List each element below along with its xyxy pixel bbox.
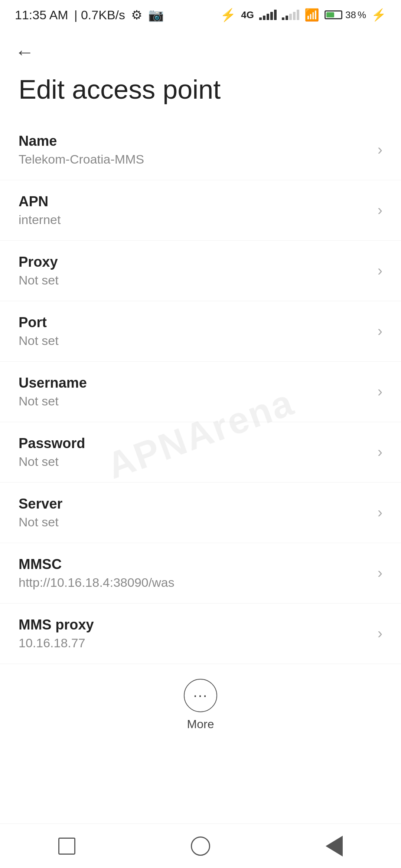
wifi-icon: 📶 bbox=[304, 8, 319, 22]
status-right: ⚡ 4G 📶 38 % ⚡ bbox=[220, 7, 386, 22]
settings-item-mmsc[interactable]: MMSC http://10.16.18.4:38090/was › bbox=[0, 543, 401, 604]
settings-label-mms-proxy: MMS proxy bbox=[19, 617, 370, 633]
settings-icon: ⚙ bbox=[131, 7, 142, 22]
settings-value-mms-proxy: 10.16.18.77 bbox=[19, 636, 370, 650]
more-section: ··· More bbox=[0, 664, 401, 742]
settings-value-password: Not set bbox=[19, 454, 370, 469]
content-area: Name Telekom-Croatia-MMS › APN internet … bbox=[0, 120, 401, 794]
chevron-right-icon-name: › bbox=[378, 141, 382, 158]
settings-list: Name Telekom-Croatia-MMS › APN internet … bbox=[0, 120, 401, 664]
status-left: 11:35 AM | 0.7KB/s ⚙ 📷 bbox=[15, 7, 164, 22]
bluetooth-icon: ⚡ bbox=[220, 7, 236, 22]
settings-item-mms-proxy[interactable]: MMS proxy 10.16.18.77 › bbox=[0, 604, 401, 664]
settings-value-port: Not set bbox=[19, 333, 370, 348]
charging-icon: ⚡ bbox=[371, 8, 386, 22]
chevron-right-icon-username: › bbox=[378, 383, 382, 400]
chevron-right-icon-mmsc: › bbox=[378, 565, 382, 581]
settings-label-mmsc: MMSC bbox=[19, 556, 370, 572]
settings-item-password[interactable]: Password Not set › bbox=[0, 422, 401, 483]
settings-label-name: Name bbox=[19, 133, 370, 149]
back-button[interactable]: ← bbox=[15, 41, 37, 63]
settings-item-port[interactable]: Port Not set › bbox=[0, 301, 401, 362]
chevron-right-icon-mms-proxy: › bbox=[378, 625, 382, 642]
time-display: 11:35 AM bbox=[15, 8, 68, 22]
settings-label-password: Password bbox=[19, 435, 370, 451]
battery-indicator: 38 % bbox=[325, 9, 366, 21]
settings-value-server: Not set bbox=[19, 515, 370, 529]
page-title: Edit access point bbox=[0, 67, 401, 120]
settings-item-name[interactable]: Name Telekom-Croatia-MMS › bbox=[0, 120, 401, 180]
chevron-right-icon-apn: › bbox=[378, 202, 382, 218]
settings-value-apn: internet bbox=[19, 213, 370, 227]
settings-label-proxy: Proxy bbox=[19, 254, 370, 270]
settings-value-proxy: Not set bbox=[19, 273, 370, 287]
settings-item-username[interactable]: Username Not set › bbox=[0, 362, 401, 422]
more-dots-icon: ··· bbox=[193, 687, 208, 704]
back-nav-icon bbox=[326, 836, 343, 857]
settings-value-username: Not set bbox=[19, 394, 370, 408]
nav-bar bbox=[0, 823, 401, 868]
chevron-right-icon-server: › bbox=[378, 504, 382, 521]
signal-bars-1 bbox=[259, 10, 277, 20]
status-bar: 11:35 AM | 0.7KB/s ⚙ 📷 ⚡ 4G 📶 38 % bbox=[0, 0, 401, 30]
toolbar: ← bbox=[0, 30, 401, 67]
settings-item-server[interactable]: Server Not set › bbox=[0, 483, 401, 543]
more-label: More bbox=[187, 717, 214, 731]
home-icon bbox=[191, 836, 210, 856]
chevron-right-icon-password: › bbox=[378, 444, 382, 460]
settings-label-apn: APN bbox=[19, 194, 370, 210]
nav-back-button[interactable] bbox=[316, 831, 353, 861]
recent-apps-icon bbox=[58, 838, 75, 855]
nav-recent-apps-button[interactable] bbox=[48, 831, 85, 861]
camera-icon: 📷 bbox=[148, 7, 164, 22]
settings-item-apn[interactable]: APN internet › bbox=[0, 180, 401, 241]
network-4g-icon: 4G bbox=[241, 9, 254, 21]
signal-bars-2 bbox=[282, 10, 299, 20]
settings-value-name: Telekom-Croatia-MMS bbox=[19, 152, 370, 167]
settings-label-port: Port bbox=[19, 315, 370, 331]
settings-label-server: Server bbox=[19, 496, 370, 512]
more-button[interactable]: ··· bbox=[184, 679, 217, 712]
chevron-right-icon-proxy: › bbox=[378, 262, 382, 279]
nav-home-button[interactable] bbox=[182, 831, 219, 861]
settings-item-proxy[interactable]: Proxy Not set › bbox=[0, 241, 401, 301]
chevron-right-icon-port: › bbox=[378, 323, 382, 339]
back-arrow-icon: ← bbox=[15, 42, 34, 62]
settings-label-username: Username bbox=[19, 375, 370, 391]
settings-value-mmsc: http://10.16.18.4:38090/was bbox=[19, 575, 370, 590]
speed-display: | 0.7KB/s bbox=[74, 8, 125, 22]
